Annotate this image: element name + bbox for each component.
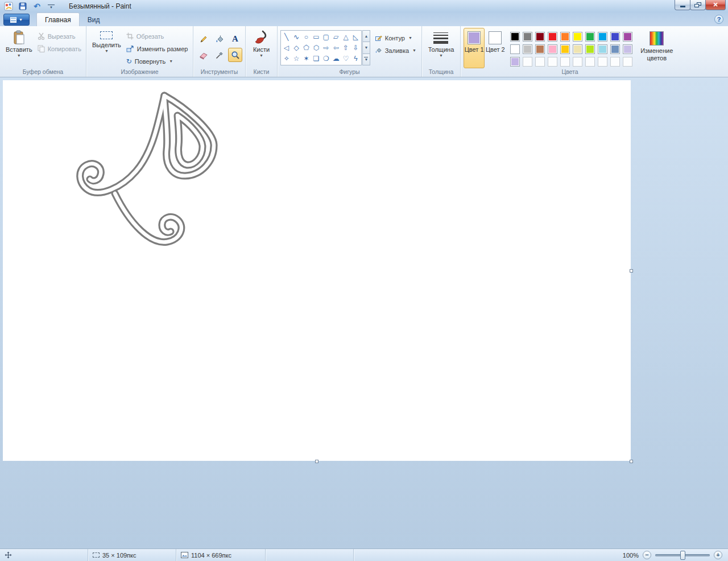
shape-rounded-callout[interactable]: ❏ — [311, 53, 321, 64]
palette-custom-color[interactable] — [510, 57, 520, 67]
restore-button[interactable] — [690, 0, 706, 10]
canvas-resize-handle-right[interactable] — [630, 269, 633, 273]
shape-heart[interactable]: ♡ — [341, 53, 350, 64]
zoom-out-button[interactable]: − — [643, 551, 651, 559]
application-menu-button[interactable]: ▼ — [3, 14, 30, 26]
shape-lightning[interactable]: ϟ — [351, 53, 361, 64]
zoom-slider-track[interactable] — [655, 554, 710, 556]
palette-color-lightyellow[interactable] — [573, 44, 582, 54]
palette-empty-slot[interactable] — [623, 57, 632, 67]
gallery-scroll-up-button[interactable]: ▲ — [362, 30, 370, 42]
palette-color-indigo[interactable] — [610, 32, 620, 42]
palette-color-orange[interactable] — [560, 32, 570, 42]
shape-hexagon[interactable]: ⬡ — [311, 42, 321, 53]
paint-app-icon[interactable] — [3, 1, 14, 11]
color2-button[interactable]: Цвет 2 — [485, 28, 506, 68]
eraser-tool-button[interactable] — [196, 48, 210, 62]
palette-color-turquoise[interactable] — [598, 32, 607, 42]
crop-button[interactable]: Обрезать — [124, 30, 191, 42]
color1-button[interactable]: Цвет 1 — [464, 28, 485, 68]
cut-button[interactable]: Вырезать — [35, 30, 84, 42]
palette-empty-slot[interactable] — [585, 57, 595, 67]
undo-button[interactable]: ↶ — [32, 1, 42, 11]
palette-color-lightturquoise[interactable] — [598, 44, 607, 54]
brushes-button[interactable]: Кисти ▼ — [250, 28, 272, 68]
shape-curve[interactable]: ∿ — [291, 31, 301, 42]
chevron-down-icon: ▼ — [408, 36, 412, 40]
shape-right-triangle[interactable]: ◺ — [351, 31, 361, 42]
palette-empty-slot[interactable] — [523, 57, 532, 67]
palette-color-brown[interactable] — [535, 44, 545, 54]
edit-colors-button[interactable]: Изменение цветов — [637, 28, 676, 68]
palette-color-gray50[interactable] — [523, 32, 532, 42]
shape-oval-callout[interactable]: ❍ — [321, 53, 331, 64]
customize-quick-access-button[interactable]: ▼ — [46, 1, 56, 11]
shape-oval[interactable]: ○ — [301, 31, 311, 42]
palette-color-white[interactable] — [510, 44, 520, 54]
select-button[interactable]: Выделить ▼ — [89, 28, 124, 68]
color-picker-tool-button[interactable] — [212, 48, 226, 62]
shape-rounded-rectangle[interactable]: ▢ — [321, 31, 331, 42]
paste-button[interactable]: Вставить ▼ — [3, 28, 35, 68]
shape-scalene-triangle[interactable]: ◁ — [282, 42, 291, 53]
crop-label: Обрезать — [136, 33, 164, 40]
text-tool-button[interactable]: A — [228, 32, 242, 46]
palette-empty-slot[interactable] — [610, 57, 620, 67]
palette-color-gray25[interactable] — [523, 44, 532, 54]
drawing-canvas[interactable] — [3, 80, 631, 461]
outline-button[interactable]: Контур ▼ — [373, 32, 419, 44]
shape-diamond[interactable]: ◇ — [291, 42, 301, 53]
shape-six-point-star[interactable]: ✶ — [301, 53, 311, 64]
resize-button[interactable]: Изменить размер — [124, 43, 191, 55]
palette-color-lime[interactable] — [585, 44, 595, 54]
help-button[interactable]: ? — [714, 15, 723, 24]
tab-home[interactable]: Главная — [36, 13, 80, 26]
shape-down-arrow[interactable]: ⇩ — [351, 42, 361, 53]
palette-color-black[interactable] — [510, 32, 520, 42]
palette-empty-slot[interactable] — [548, 57, 557, 67]
palette-empty-slot[interactable] — [560, 57, 570, 67]
tab-view[interactable]: Вид — [80, 13, 108, 26]
menu-icon — [10, 17, 16, 23]
gallery-scroll-down-button[interactable]: ▼ — [362, 42, 370, 53]
palette-color-green[interactable] — [585, 32, 595, 42]
palette-color-lavender[interactable] — [623, 44, 632, 54]
group-brushes: Кисти ▼ Кисти — [246, 26, 278, 77]
canvas-resize-handle-bottom[interactable] — [315, 460, 318, 463]
shape-up-arrow[interactable]: ⇧ — [341, 42, 350, 53]
minimize-button[interactable] — [675, 0, 690, 10]
copy-button[interactable]: Копировать — [35, 43, 84, 55]
magnifier-tool-button[interactable] — [228, 48, 242, 62]
palette-color-yellow[interactable] — [573, 32, 582, 42]
shape-polygon[interactable]: ▱ — [331, 31, 341, 42]
shape-five-point-star[interactable]: ☆ — [291, 53, 301, 64]
shape-right-arrow[interactable]: ⇨ — [321, 42, 331, 53]
save-button[interactable] — [18, 1, 28, 11]
palette-empty-slot[interactable] — [598, 57, 607, 67]
zoom-in-button[interactable]: + — [714, 551, 722, 559]
close-button[interactable]: ✕ — [705, 0, 726, 10]
canvas-resize-handle-corner[interactable] — [630, 460, 633, 463]
pencil-tool-button[interactable] — [196, 32, 210, 46]
shape-cloud-callout[interactable]: ☁ — [331, 53, 341, 64]
shape-four-point-star[interactable]: ✧ — [282, 53, 291, 64]
shape-rectangle[interactable]: ▭ — [311, 31, 321, 42]
palette-empty-slot[interactable] — [573, 57, 582, 67]
rotate-button[interactable]: ↻ Повернуть ▼ — [124, 55, 191, 67]
shape-line[interactable]: ╲ — [282, 31, 291, 42]
palette-color-darkred[interactable] — [535, 32, 545, 42]
zoom-slider-thumb[interactable] — [680, 551, 685, 560]
shape-fill-button[interactable]: Заливка ▼ — [373, 44, 419, 56]
palette-color-red[interactable] — [548, 32, 557, 42]
palette-empty-slot[interactable] — [535, 57, 545, 67]
gallery-more-button[interactable]: ▼ — [362, 54, 370, 65]
fill-tool-button[interactable] — [212, 32, 226, 46]
shape-pentagon[interactable]: ⬠ — [301, 42, 311, 53]
palette-color-purple[interactable] — [623, 32, 632, 42]
shape-left-arrow[interactable]: ⇦ — [331, 42, 341, 53]
shape-triangle[interactable]: △ — [341, 31, 350, 42]
palette-color-gold[interactable] — [560, 44, 570, 54]
palette-color-rose[interactable] — [548, 44, 557, 54]
palette-color-bluegray[interactable] — [610, 44, 620, 54]
size-button[interactable]: Толщина ▼ — [425, 28, 457, 68]
